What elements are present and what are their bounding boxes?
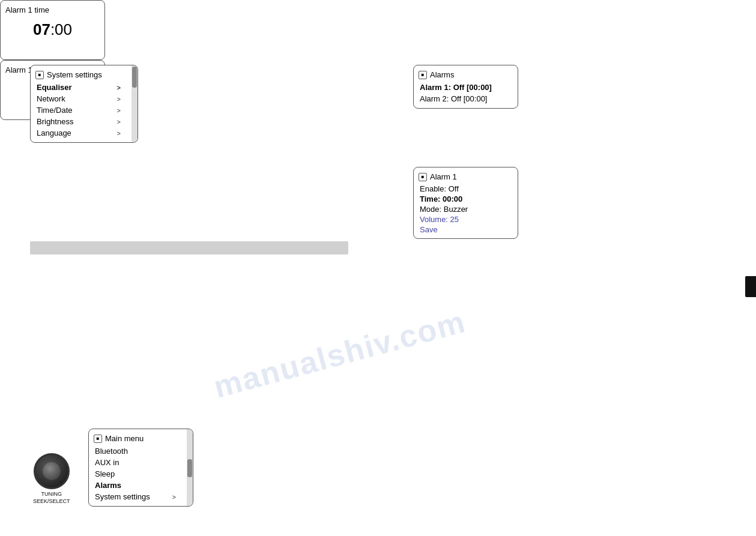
system-settings-timedate[interactable]: Time/Date > <box>31 104 138 116</box>
alarm1-time1-title: Alarm 1 time <box>5 5 100 14</box>
alarm1-icon: ■ <box>419 173 427 181</box>
knob-label: TUNING SEEK/SELECT <box>33 491 70 505</box>
main-menu-scrollbar-thumb <box>187 459 192 477</box>
alarm1-time[interactable]: Time: 00:00 <box>414 194 518 204</box>
system-settings-equaliser[interactable]: Equaliser > <box>31 82 138 93</box>
side-indicator <box>745 276 756 297</box>
gray-bar <box>30 241 348 254</box>
alarms-alarm1[interactable]: Alarm 1: Off [00:00] <box>414 82 518 93</box>
system-settings-menu: ■ System settings Equaliser > Network > … <box>30 65 138 143</box>
system-settings-scrollbar-thumb <box>132 67 137 88</box>
system-settings-network[interactable]: Network > <box>31 93 138 104</box>
tuning-knob[interactable]: TUNING SEEK/SELECT <box>33 453 70 505</box>
knob-inner <box>43 462 61 480</box>
alarm1-time1-hour: 07 <box>33 20 50 38</box>
alarm1-detail-title: ■ Alarm 1 <box>414 171 518 184</box>
main-menu-alarms[interactable]: Alarms <box>89 480 193 491</box>
main-menu-bluetooth[interactable]: Bluetooth <box>89 445 193 457</box>
system-settings-language[interactable]: Language > <box>31 127 138 139</box>
alarm1-detail-menu: ■ Alarm 1 Enable: Off Time: 00:00 Mode: … <box>413 167 518 239</box>
main-menu-sleep[interactable]: Sleep <box>89 468 193 480</box>
alarms-title: ■ Alarms <box>414 69 518 82</box>
main-menu-icon: ■ <box>94 435 102 443</box>
alarm1-volume[interactable]: Volume: 25 <box>414 214 518 224</box>
watermark: manualshiv.com <box>210 303 470 405</box>
system-settings-brightness[interactable]: Brightness > <box>31 116 138 127</box>
system-settings-scrollbar[interactable] <box>132 65 138 142</box>
alarm1-save[interactable]: Save <box>414 224 518 235</box>
main-menu-title: ■ Main menu <box>89 433 193 445</box>
alarms-alarm2[interactable]: Alarm 2: Off [00:00] <box>414 93 518 104</box>
main-menu-system-settings[interactable]: System settings > <box>89 491 193 502</box>
system-settings-title: ■ System settings <box>31 69 138 82</box>
alarm1-time1-minute: 00 <box>55 20 72 38</box>
alarm1-mode[interactable]: Mode: Buzzer <box>414 204 518 214</box>
alarm1-time-box1: Alarm 1 time 07:00 <box>0 0 105 60</box>
main-menu-scrollbar[interactable] <box>187 429 193 506</box>
alarms-menu: ■ Alarms Alarm 1: Off [00:00] Alarm 2: O… <box>413 65 518 109</box>
alarm1-enable[interactable]: Enable: Off <box>414 184 518 194</box>
system-settings-icon: ■ <box>35 71 44 79</box>
main-menu-auxin[interactable]: AUX in <box>89 457 193 468</box>
main-menu: ■ Main menu Bluetooth AUX in Sleep Alarm… <box>88 429 193 507</box>
alarm1-time1-display: 07:00 <box>5 20 100 39</box>
knob-circle[interactable] <box>34 453 70 489</box>
alarms-icon: ■ <box>419 71 427 79</box>
